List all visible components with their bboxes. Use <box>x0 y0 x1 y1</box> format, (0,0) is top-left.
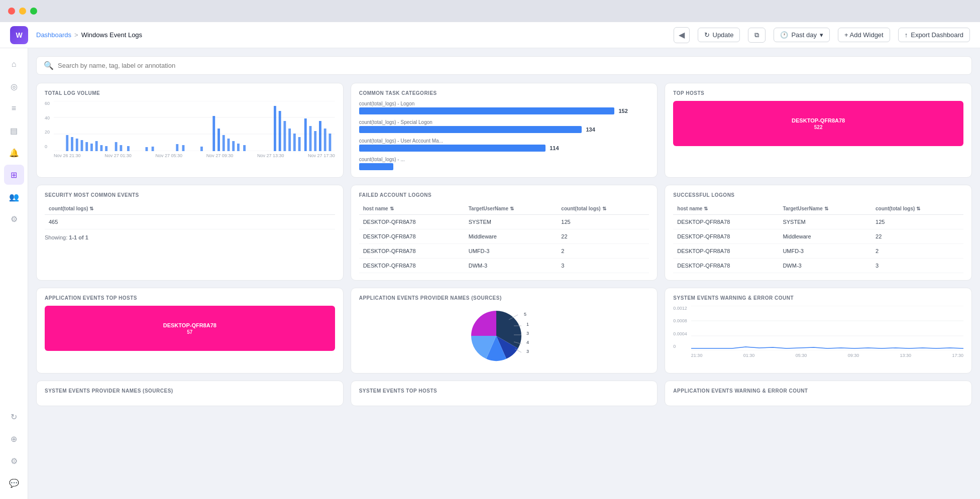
svg-rect-19 <box>182 145 185 151</box>
app-top-hosts-value: 57 <box>187 329 192 335</box>
sidebar-item-home[interactable]: ⌂ <box>4 54 24 74</box>
top-hosts-value: 522 <box>814 124 823 130</box>
copy-icon: ⧉ <box>754 31 759 39</box>
sidebar-item-settings[interactable]: ⚙ <box>4 209 24 229</box>
svg-rect-12 <box>105 146 107 151</box>
breadcrumb-parent[interactable]: Dashboards <box>36 31 71 39</box>
breadcrumb: Dashboards > Windows Event Logs <box>36 31 142 39</box>
svg-rect-37 <box>319 121 321 151</box>
minimize-button[interactable] <box>19 8 26 15</box>
export-dashboard-button[interactable]: ↑ Export Dashboard <box>898 28 970 42</box>
svg-rect-29 <box>279 111 281 151</box>
search-bar[interactable]: 🔍 <box>36 56 972 75</box>
copy-button[interactable]: ⧉ <box>748 28 766 43</box>
breadcrumb-separator: > <box>74 31 78 39</box>
nav-arrow-btn[interactable]: ◀ <box>674 27 690 43</box>
update-button[interactable]: ↻ Update <box>698 28 740 42</box>
svg-text:3: 3 <box>526 349 529 354</box>
col-host: host name ⇅ <box>359 203 465 215</box>
widget-title-system-provider: SYSTEM EVENTS PROVIDER NAMES (SOURCES) <box>45 388 335 394</box>
svg-rect-23 <box>223 135 225 151</box>
widget-title-security: SECURITY MOST COMMON EVENTS <box>45 192 335 198</box>
widget-title-app-top-hosts: APPLICATION EVENTS TOP HOSTS <box>45 295 335 301</box>
svg-rect-28 <box>274 106 276 151</box>
svg-text:5: 5 <box>524 312 526 317</box>
svg-rect-36 <box>314 131 316 151</box>
export-icon: ↑ <box>905 31 908 39</box>
widget-total-log-volume: TOTAL LOG VOLUME 6040200 <box>36 83 344 178</box>
widget-title-failed-logons: FAILED ACCOUNT LOGONS <box>359 192 649 198</box>
security-count-value: 465 <box>45 215 335 229</box>
svg-rect-32 <box>293 134 296 151</box>
bar-row-2: count(total_logs) - Special Logon 134 <box>359 119 649 133</box>
table-row: DESKTOP-QFR8A78 UMFD-3 2 <box>673 244 963 259</box>
clock-icon: 🕐 <box>780 31 788 39</box>
search-input[interactable] <box>58 62 964 69</box>
widget-app-events-warning-error: APPLICATION EVENTS WARNING & ERROR COUNT <box>665 381 972 406</box>
sidebar-item-dashboard[interactable]: ⊞ <box>4 165 24 185</box>
sidebar-item-alerts[interactable]: 🔔 <box>4 143 24 163</box>
col-count2: count(total logs) ⇅ <box>872 203 963 215</box>
top-hosts-hostname: DESKTOP-QFR8A78 <box>792 117 845 123</box>
total-log-volume-x-labels: Nov 26 21:30 Nov 27 01:30 Nov 27 05:30 N… <box>54 153 335 158</box>
sidebar-item-settings2[interactable]: ⚙ <box>4 451 24 471</box>
widget-title-system-top-hosts: SYSTEM EVENTS TOP HOSTS <box>359 388 649 394</box>
total-log-volume-chart <box>54 101 335 151</box>
security-events-table: count(total logs) ⇅ 465 <box>45 203 335 229</box>
svg-rect-8 <box>85 142 88 151</box>
app-top-hosts-hostname: DESKTOP-QFR8A78 <box>163 322 216 328</box>
sidebar-item-list[interactable]: ≡ <box>4 98 24 118</box>
search-icon: 🔍 <box>44 61 54 70</box>
col-count-total: count(total logs) ⇅ <box>45 203 335 215</box>
dashboard-grid: TOTAL LOG VOLUME 6040200 <box>36 83 972 406</box>
svg-rect-18 <box>176 144 178 151</box>
chevron-down-icon: ▾ <box>820 31 823 39</box>
bar-user-account <box>359 145 546 152</box>
common-task-bar-chart: count(total_logs) - Logon 152 count(tota… <box>359 101 649 170</box>
widget-common-task-categories: COMMON TASK CATEGORIES count(total_logs)… <box>351 83 658 178</box>
main-layout: ⌂ ◎ ≡ ▤ 🔔 ⊞ 👥 ⚙ ↻ ⊕ ⚙ 💬 🔍 TOTAL LOG VOLU… <box>0 48 980 499</box>
refresh-icon: ↻ <box>704 31 710 39</box>
add-widget-button[interactable]: + Add Widget <box>838 28 890 42</box>
bar-logon <box>359 107 615 114</box>
bar-row-4: count(total_logs) - ... <box>359 157 649 170</box>
widget-app-events-provider-names: APPLICATION EVENTS PROVIDER NAMES (SOURC… <box>351 288 658 373</box>
widget-title-common-task: COMMON TASK CATEGORIES <box>359 90 649 96</box>
svg-text:4: 4 <box>526 340 529 345</box>
svg-rect-10 <box>95 141 98 151</box>
svg-rect-24 <box>228 139 230 151</box>
system-warning-x-labels: 21:3001:3005:3009:3013:3017:30 <box>691 353 963 358</box>
sidebar-item-users[interactable]: 👥 <box>4 187 24 207</box>
sidebar-item-plugin[interactable]: ⊕ <box>4 429 24 449</box>
svg-rect-7 <box>81 140 83 151</box>
table-row: DESKTOP-QFR8A78 Middleware 22 <box>673 229 963 244</box>
svg-rect-14 <box>120 145 122 151</box>
svg-rect-9 <box>90 144 93 151</box>
maximize-button[interactable] <box>30 8 37 15</box>
svg-rect-13 <box>115 142 118 151</box>
svg-rect-33 <box>298 137 301 151</box>
table-row: DESKTOP-QFR8A78 Middleware 22 <box>359 229 649 244</box>
svg-rect-17 <box>152 147 154 151</box>
svg-text:3: 3 <box>526 331 529 336</box>
svg-text:1: 1 <box>526 322 529 327</box>
svg-rect-6 <box>76 139 78 151</box>
col-host2: host name ⇅ <box>673 203 779 215</box>
title-bar <box>0 0 980 22</box>
widget-failed-account-logons: FAILED ACCOUNT LOGONS host name ⇅ Target… <box>351 185 658 281</box>
content-area: 🔍 TOTAL LOG VOLUME 6040200 <box>28 48 980 499</box>
top-hosts-treemap: DESKTOP-QFR8A78 522 <box>673 101 963 146</box>
successful-logons-table: host name ⇅ TargetUserName ⇅ count(total… <box>673 203 963 273</box>
svg-rect-34 <box>304 118 307 151</box>
time-range-button[interactable]: 🕐 Past day ▾ <box>774 28 830 42</box>
app-provider-pie-chart: 5 1 3 4 3 <box>359 306 649 366</box>
widget-title-app-provider: APPLICATION EVENTS PROVIDER NAMES (SOURC… <box>359 295 649 301</box>
widget-system-events-provider-names: SYSTEM EVENTS PROVIDER NAMES (SOURCES) <box>36 381 344 406</box>
col-count: count(total logs) ⇅ <box>557 203 649 215</box>
close-button[interactable] <box>8 8 15 15</box>
sidebar-item-refresh[interactable]: ↻ <box>4 407 24 427</box>
svg-rect-21 <box>212 116 215 151</box>
sidebar-item-doc[interactable]: ▤ <box>4 120 24 141</box>
sidebar-item-analytics[interactable]: ◎ <box>4 76 24 96</box>
sidebar-item-chat[interactable]: 💬 <box>4 473 24 493</box>
